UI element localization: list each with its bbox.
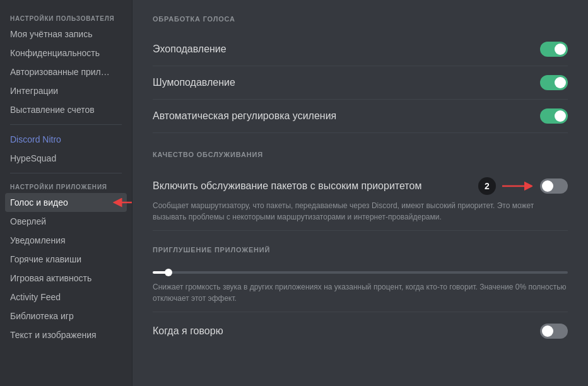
sidebar-item-account[interactable]: Моя учётная запись xyxy=(5,25,127,44)
main-content: ОБРАБОТКА ГОЛОСА Эхоподавление Шумоподав… xyxy=(132,0,588,386)
attenuation-section: ПРИГЛУШЕНИЕ ПРИЛОЖЕНИЙ Снижает громкость… xyxy=(153,246,568,312)
app-settings-section-label: НАСТРОЙКИ ПРИЛОЖЕНИЯ xyxy=(5,178,127,193)
sidebar-item-nitro[interactable]: Discord Nitro xyxy=(5,130,127,149)
echo-cancellation-label: Эхоподавление xyxy=(153,44,226,55)
auto-gain-slider xyxy=(540,108,568,124)
qos-toggle[interactable] xyxy=(540,178,568,194)
sidebar-item-authorized[interactable]: Авторизованные прил… xyxy=(5,62,127,81)
speaking-slider xyxy=(540,324,568,339)
noise-suppression-row: Шумоподавление xyxy=(153,66,568,100)
arrow-2-svg xyxy=(501,180,532,192)
noise-suppression-toggle[interactable] xyxy=(540,75,568,90)
echo-cancellation-row: Эхоподавление xyxy=(153,33,568,66)
sidebar-divider-2 xyxy=(10,173,122,173)
annotation-2-circle: 2 xyxy=(478,177,496,195)
auto-gain-row: Автоматическая регулировка усиления xyxy=(153,100,568,133)
sidebar-item-activity-feed[interactable]: Activity Feed xyxy=(5,288,127,307)
sidebar-item-text-images[interactable]: Текст и изображения xyxy=(5,325,127,344)
qos-toggle-row: Включить обслуживание пакетов с высоким … xyxy=(153,168,568,200)
qos-section: КАЧЕСТВО ОБСЛУЖИВАНИЯ Включить обслужива… xyxy=(153,151,568,231)
sidebar-item-notifications[interactable]: Уведомления xyxy=(5,231,127,250)
annotation-2-container: 2 xyxy=(478,177,532,195)
user-settings-section-label: НАСТРОЙКИ ПОЛЬЗОВАТЕЛЯ xyxy=(5,10,127,25)
qos-annotation-container: Включить обслуживание пакетов с высоким … xyxy=(153,168,568,231)
noise-suppression-label: Шумоподавление xyxy=(153,77,235,88)
sidebar-item-overlay[interactable]: Оверлей xyxy=(5,212,127,231)
speaking-row: Когда я говорю xyxy=(153,312,568,350)
sidebar-item-voice[interactable]: Голос и видео 1 xyxy=(5,193,127,212)
qos-slider xyxy=(540,178,568,194)
attenuation-slider-row xyxy=(153,264,568,281)
arrow-1-svg xyxy=(112,195,132,210)
attenuation-slider[interactable] xyxy=(153,271,568,274)
sidebar-item-hotkeys[interactable]: Горячие клавиши xyxy=(5,250,127,269)
speaking-label: Когда я говорю xyxy=(153,325,223,337)
speaking-toggle[interactable] xyxy=(540,324,568,339)
sidebar-item-hypesquad[interactable]: HypeSquad xyxy=(5,149,127,168)
echo-cancellation-toggle[interactable] xyxy=(540,42,568,57)
sidebar-item-integrations[interactable]: Интеграции xyxy=(5,81,127,100)
sidebar-item-privacy[interactable]: Конфиденциальность xyxy=(5,44,127,62)
sidebar-divider-1 xyxy=(10,124,122,125)
attenuation-title: ПРИГЛУШЕНИЕ ПРИЛОЖЕНИЙ xyxy=(153,246,568,254)
attenuation-description: Снижает громкость звука в других приложе… xyxy=(153,281,568,312)
auto-gain-toggle[interactable] xyxy=(540,108,568,124)
voice-processing-title: ОБРАБОТКА ГОЛОСА xyxy=(153,15,568,23)
sidebar-item-game-library[interactable]: Библиотека игр xyxy=(5,307,127,325)
auto-gain-label: Автоматическая регулировка усиления xyxy=(153,110,336,122)
echo-cancellation-slider xyxy=(540,42,568,57)
sidebar: НАСТРОЙКИ ПОЛЬЗОВАТЕЛЯ Моя учётная запис… xyxy=(0,0,132,386)
qos-description: Сообщает маршрутизатору, что пакеты, пер… xyxy=(153,200,568,231)
qos-toggle-label: Включить обслуживание пакетов с высоким … xyxy=(153,180,421,192)
sidebar-item-game-activity[interactable]: Игровая активность xyxy=(5,269,127,288)
sidebar-item-billing[interactable]: Выставление счетов xyxy=(5,100,127,119)
noise-suppression-slider xyxy=(540,75,568,90)
qos-section-title: КАЧЕСТВО ОБСЛУЖИВАНИЯ xyxy=(153,151,568,158)
